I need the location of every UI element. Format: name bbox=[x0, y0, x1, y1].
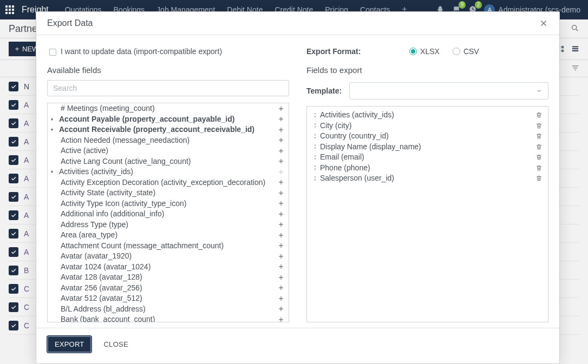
export-field[interactable]: Country (country_id) bbox=[310, 131, 545, 142]
add-field-icon[interactable] bbox=[278, 306, 284, 312]
add-field-icon[interactable] bbox=[278, 284, 284, 291]
available-field[interactable]: Account Payable (property_account_payabl… bbox=[48, 114, 289, 125]
add-field-icon[interactable] bbox=[278, 200, 284, 207]
export-field[interactable]: Display Name (display_name) bbox=[310, 142, 545, 153]
field-label: Activity Type Icon (activity_type_icon) bbox=[52, 198, 186, 209]
available-field[interactable]: Activity State (activity_state) bbox=[48, 188, 289, 198]
radio-xlsx[interactable]: XLSX bbox=[409, 47, 440, 56]
available-field[interactable]: Avatar 512 (avatar_512) bbox=[48, 293, 289, 304]
add-field-icon[interactable] bbox=[278, 158, 284, 164]
available-field[interactable]: Attachment Count (message_attachment_cou… bbox=[48, 241, 289, 252]
drag-handle-icon[interactable] bbox=[312, 165, 318, 170]
add-field-icon[interactable] bbox=[278, 232, 284, 239]
field-label: Avatar 128 (avatar_128) bbox=[52, 272, 142, 283]
field-label: Avatar 1024 (avatar_1024) bbox=[52, 262, 151, 273]
remove-field-icon[interactable] bbox=[535, 133, 543, 140]
radio-dot bbox=[409, 48, 417, 55]
available-field[interactable]: # Meetings (meeting_count) bbox=[48, 103, 289, 114]
add-field-icon[interactable] bbox=[278, 179, 284, 186]
add-field-icon[interactable] bbox=[278, 127, 284, 133]
available-field[interactable]: Area (area_type) bbox=[48, 230, 289, 241]
remove-field-icon[interactable] bbox=[535, 175, 543, 182]
modal-header: Export Data bbox=[36, 12, 559, 35]
field-label: Account Payable (property_account_payabl… bbox=[57, 114, 234, 125]
field-label: Avatar 512 (avatar_512) bbox=[52, 293, 142, 304]
drag-handle-icon[interactable] bbox=[312, 144, 318, 149]
remove-field-icon[interactable] bbox=[535, 143, 543, 150]
field-label: Account Receivable (property_account_rec… bbox=[57, 124, 254, 135]
add-field-icon[interactable] bbox=[278, 295, 284, 302]
remove-field-icon[interactable] bbox=[535, 122, 543, 129]
caret-icon[interactable] bbox=[50, 117, 56, 122]
add-field-icon[interactable] bbox=[278, 253, 284, 260]
field-label: Attachment Count (message_attachment_cou… bbox=[52, 241, 224, 252]
modal-body: I want to update data (import-compatible… bbox=[36, 35, 559, 328]
drag-handle-icon[interactable] bbox=[312, 176, 318, 181]
available-field[interactable]: Avatar (avatar_1920) bbox=[48, 251, 289, 262]
export-field[interactable]: Activities (activity_ids) bbox=[310, 110, 545, 121]
export-field[interactable]: City (city) bbox=[310, 121, 545, 131]
drag-handle-icon[interactable] bbox=[312, 112, 318, 118]
update-label: I want to update data (import-compatible… bbox=[61, 47, 222, 56]
field-label: Additional info (additional_info) bbox=[52, 209, 164, 220]
remove-field-icon[interactable] bbox=[535, 111, 543, 118]
radio-csv[interactable]: CSV bbox=[453, 47, 479, 56]
add-field-icon[interactable] bbox=[278, 242, 284, 249]
drag-handle-icon[interactable] bbox=[312, 123, 318, 128]
available-field[interactable]: Activity Type Icon (activity_type_icon) bbox=[48, 198, 289, 209]
modal-footer: EXPORT CLOSE bbox=[36, 328, 559, 363]
export-field[interactable]: Phone (phone) bbox=[310, 163, 545, 174]
field-label: B/L Address (bl_address) bbox=[52, 304, 146, 315]
add-field-icon[interactable] bbox=[278, 221, 284, 228]
left-column: I want to update data (import-compatible… bbox=[47, 45, 289, 322]
available-field[interactable]: Activities (activity_ids) bbox=[48, 167, 289, 177]
available-field[interactable]: Bank (bank_account_count) bbox=[48, 314, 289, 322]
export-field-label: Salesperson (user_id) bbox=[320, 173, 394, 184]
add-field-icon[interactable] bbox=[278, 148, 284, 154]
add-field-icon[interactable] bbox=[278, 190, 284, 196]
export-field[interactable]: Salesperson (user_id) bbox=[310, 173, 545, 184]
available-fields-title: Available fields bbox=[47, 65, 289, 75]
chevron-down-icon bbox=[536, 88, 543, 94]
add-field-icon[interactable] bbox=[278, 116, 284, 122]
field-label: Activities (activity_ids) bbox=[57, 167, 133, 177]
add-field-icon[interactable] bbox=[278, 316, 284, 322]
search-input[interactable] bbox=[47, 80, 289, 96]
available-field[interactable]: B/L Address (bl_address) bbox=[48, 304, 289, 315]
available-field[interactable]: Active (active) bbox=[48, 145, 289, 156]
close-icon[interactable] bbox=[539, 18, 548, 28]
available-field[interactable]: Account Receivable (property_account_rec… bbox=[48, 124, 289, 135]
remove-field-icon[interactable] bbox=[535, 164, 543, 171]
field-label: Activity State (activity_state) bbox=[52, 188, 155, 198]
export-button[interactable]: EXPORT bbox=[47, 336, 92, 353]
available-field[interactable]: Address Type (type) bbox=[48, 220, 289, 230]
add-field-icon[interactable] bbox=[278, 105, 284, 112]
fields-to-export-list[interactable]: Activities (activity_ids) City (city) Co… bbox=[306, 106, 548, 322]
remove-field-icon[interactable] bbox=[535, 154, 543, 161]
available-field[interactable]: Avatar 1024 (avatar_1024) bbox=[48, 262, 289, 273]
caret-icon[interactable] bbox=[50, 127, 56, 132]
template-select[interactable] bbox=[349, 82, 548, 100]
close-button[interactable]: CLOSE bbox=[100, 340, 132, 349]
available-field[interactable]: Activity Exception Decoration (activity_… bbox=[48, 177, 289, 188]
available-field[interactable]: Avatar 128 (avatar_128) bbox=[48, 272, 289, 283]
add-field-icon[interactable] bbox=[278, 211, 284, 217]
field-label: Bank (bank_account_count) bbox=[52, 314, 155, 322]
format-label: Export Format: bbox=[306, 47, 361, 56]
update-checkbox[interactable] bbox=[49, 49, 56, 56]
add-field-icon[interactable] bbox=[278, 137, 284, 143]
export-field-label: Email (email) bbox=[320, 152, 364, 163]
available-field[interactable]: Avatar 256 (avatar_256) bbox=[48, 283, 289, 294]
drag-handle-icon[interactable] bbox=[312, 155, 318, 160]
export-field[interactable]: Email (email) bbox=[310, 152, 545, 163]
add-field-icon[interactable] bbox=[278, 263, 284, 270]
field-label: Avatar (avatar_1920) bbox=[52, 251, 132, 262]
available-fields-tree[interactable]: # Meetings (meeting_count) Account Payab… bbox=[47, 103, 289, 322]
available-field[interactable]: Additional info (additional_info) bbox=[48, 209, 289, 220]
add-field-icon[interactable] bbox=[278, 274, 284, 281]
export-field-label: Display Name (display_name) bbox=[320, 142, 421, 153]
available-field[interactable]: Action Needed (message_needaction) bbox=[48, 135, 289, 146]
caret-icon[interactable] bbox=[50, 169, 56, 174]
drag-handle-icon[interactable] bbox=[312, 134, 318, 139]
available-field[interactable]: Active Lang Count (active_lang_count) bbox=[48, 156, 289, 167]
